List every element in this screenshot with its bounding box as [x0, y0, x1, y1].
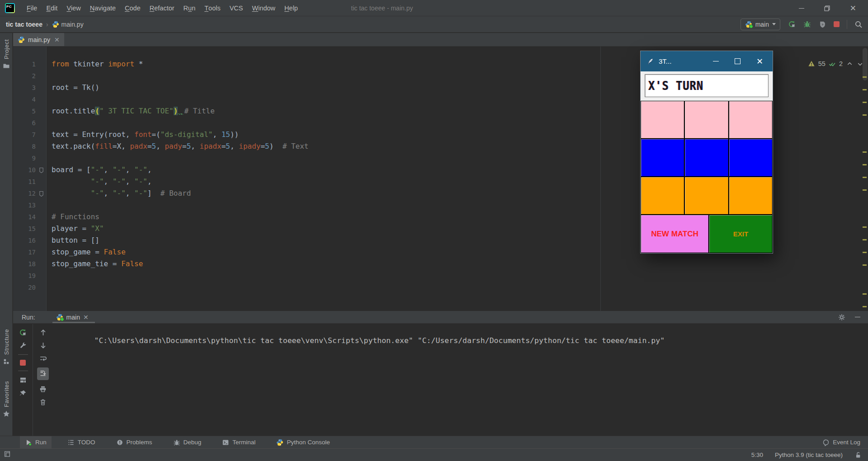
- pycharm-logo-icon: [5, 3, 15, 13]
- warning-stripe-mark[interactable]: [863, 252, 867, 253]
- menu-edit[interactable]: Edit: [42, 0, 62, 16]
- menu-help[interactable]: Help: [280, 0, 302, 16]
- console-toolbar: [33, 324, 53, 436]
- inspections-widget[interactable]: 55 2: [808, 60, 863, 67]
- board-cell-r2c1[interactable]: [641, 139, 684, 177]
- board-cell-r2c2[interactable]: [684, 139, 728, 177]
- tool-window-todo[interactable]: TODO: [62, 436, 100, 448]
- tool-window-toggle-icon[interactable]: [4, 451, 11, 458]
- stop-process-button[interactable]: [20, 360, 26, 366]
- soft-wrap-icon[interactable]: [39, 354, 47, 362]
- fold-marker-icon[interactable]: [36, 164, 47, 176]
- run-icon: [25, 439, 32, 446]
- print-icon[interactable]: [39, 385, 47, 393]
- breadcrumb-file[interactable]: main.py: [61, 21, 84, 28]
- gear-icon[interactable]: [838, 313, 846, 321]
- run-with-coverage-button[interactable]: [818, 20, 826, 28]
- checks-icon: [829, 60, 836, 67]
- board-cell-r1c1[interactable]: [641, 101, 684, 139]
- board-cell-r2c3[interactable]: [729, 139, 773, 177]
- menu-tools[interactable]: Tools: [200, 0, 225, 16]
- window-minimize-icon[interactable]: [799, 8, 804, 9]
- title-bar: FileEditViewNavigateCodeRefactorRunTools…: [0, 0, 868, 16]
- warning-stripe-mark[interactable]: [863, 177, 867, 178]
- tkinter-game-window[interactable]: 3T... ✕ X'S TURN NEW MATCH EXIT: [641, 51, 773, 253]
- warning-stripe-mark[interactable]: [863, 189, 867, 191]
- board-cell-r3c2[interactable]: [684, 177, 728, 215]
- run-tab-main[interactable]: main ✕: [53, 311, 95, 323]
- line-number: 9: [13, 152, 36, 164]
- fold-marker-icon[interactable]: [36, 188, 47, 199]
- event-log-button[interactable]: Event Log: [822, 439, 868, 446]
- run-config-selector[interactable]: main: [741, 19, 780, 30]
- window-close-icon[interactable]: ✕: [850, 5, 856, 12]
- exit-label: EXIT: [733, 230, 748, 238]
- hide-panel-icon[interactable]: [855, 317, 860, 317]
- stop-button[interactable]: [834, 21, 840, 27]
- tk-minimize-icon[interactable]: [713, 61, 719, 61]
- settings-wrench-icon[interactable]: [19, 341, 27, 349]
- unlocked-padlock-icon[interactable]: [854, 452, 862, 459]
- previous-problem-button[interactable]: [846, 60, 853, 67]
- warning-stripe-mark[interactable]: [863, 76, 867, 78]
- down-stacktrace-icon[interactable]: [39, 341, 47, 349]
- menu-code[interactable]: Code: [120, 0, 145, 16]
- menu-vcs[interactable]: VCS: [225, 0, 248, 16]
- warning-stripe-mark[interactable]: [863, 151, 867, 153]
- up-stacktrace-icon[interactable]: [39, 328, 47, 336]
- tk-maximize-icon[interactable]: [735, 58, 741, 64]
- menu-navigate[interactable]: Navigate: [85, 0, 120, 16]
- tool-window-terminal[interactable]: Terminal: [217, 436, 260, 448]
- rerun-icon[interactable]: [19, 328, 27, 336]
- menu-run[interactable]: Run: [179, 0, 200, 16]
- problems-icon: [116, 439, 123, 446]
- menu-window[interactable]: Window: [248, 0, 280, 16]
- sidebar-item-structure[interactable]: Structure: [0, 329, 13, 365]
- sidebar-item-project[interactable]: Project: [0, 39, 13, 70]
- tool-window-problems[interactable]: Problems: [111, 436, 157, 448]
- debug-button[interactable]: [803, 20, 811, 28]
- warning-stripe-mark[interactable]: [863, 306, 867, 307]
- tool-window-debug[interactable]: Debug: [168, 436, 207, 448]
- sidebar-item-favorites[interactable]: Favorites: [0, 381, 13, 418]
- warning-stripe-mark[interactable]: [863, 239, 867, 240]
- warning-stripe-mark[interactable]: [863, 164, 867, 165]
- terminal-icon: [222, 439, 229, 446]
- editor-scrollbar[interactable]: [863, 48, 868, 80]
- python-interpreter[interactable]: Python 3.9 (tic tac toeee): [775, 452, 843, 458]
- turn-indicator-entry[interactable]: X'S TURN: [645, 74, 769, 97]
- run-tab-close-icon[interactable]: ✕: [83, 314, 89, 321]
- board-cell-r3c1[interactable]: [641, 177, 684, 215]
- board-cell-r1c3[interactable]: [729, 101, 773, 139]
- warning-stripe-mark[interactable]: [863, 114, 867, 116]
- breadcrumb-project[interactable]: tic tac toeee: [6, 21, 42, 28]
- warning-stripe-mark[interactable]: [863, 293, 867, 295]
- tk-titlebar[interactable]: 3T... ✕: [641, 51, 773, 71]
- warning-stripe-mark[interactable]: [863, 264, 867, 266]
- tool-window-python-console[interactable]: Python Console: [271, 436, 335, 448]
- pycharm-window: { "window": { "title": "tic tac toeee - …: [0, 0, 868, 461]
- run-console-output[interactable]: "C:\Users\darsh\Documents\python\tic tac…: [53, 324, 868, 436]
- tool-window-run[interactable]: Run: [20, 436, 52, 448]
- tab-main-py[interactable]: main.py ✕: [13, 33, 64, 46]
- tk-close-icon[interactable]: ✕: [756, 57, 763, 66]
- exit-button[interactable]: EXIT: [709, 215, 773, 253]
- menu-file[interactable]: File: [22, 0, 42, 16]
- warning-stripe-mark[interactable]: [863, 102, 867, 103]
- scroll-to-end-button[interactable]: [37, 367, 49, 380]
- menu-refactor[interactable]: Refactor: [145, 0, 179, 16]
- restore-layout-icon[interactable]: [19, 376, 27, 384]
- warning-stripe-mark[interactable]: [863, 89, 867, 90]
- window-restore-icon[interactable]: [824, 5, 830, 11]
- cursor-position[interactable]: 5:30: [751, 452, 763, 458]
- pin-tab-icon[interactable]: [19, 389, 27, 397]
- menu-view[interactable]: View: [62, 0, 85, 16]
- rerun-button[interactable]: [788, 20, 796, 28]
- board-cell-r1c2[interactable]: [684, 101, 728, 139]
- board-cell-r3c3[interactable]: [729, 177, 773, 215]
- clear-all-icon[interactable]: [39, 398, 47, 406]
- tab-close-icon[interactable]: ✕: [54, 36, 60, 43]
- new-match-button[interactable]: NEW MATCH: [641, 215, 709, 253]
- warning-stripe-mark[interactable]: [863, 226, 867, 228]
- search-everywhere-button[interactable]: [854, 20, 863, 28]
